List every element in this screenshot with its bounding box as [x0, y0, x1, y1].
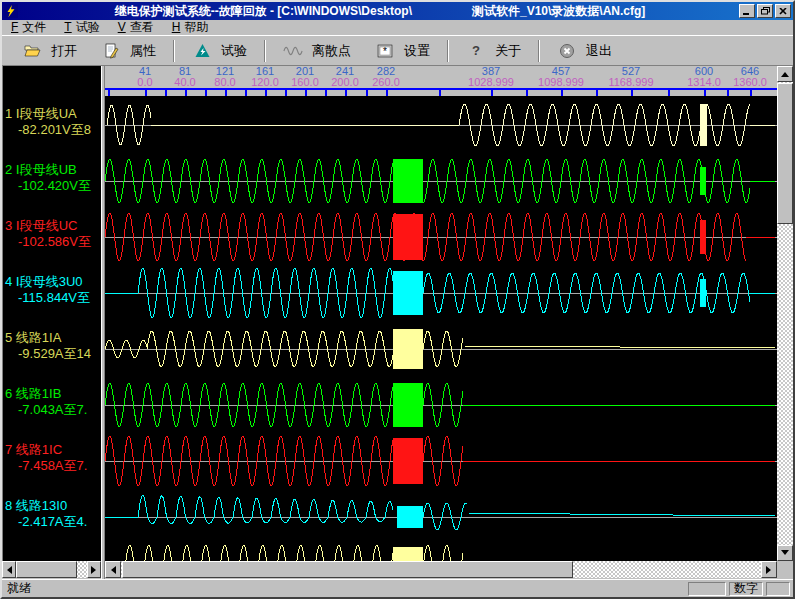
toolbar-separator — [538, 40, 540, 62]
menu-view-label: 查看 — [130, 20, 154, 34]
label-scroll-right-button[interactable] — [87, 561, 101, 578]
minimize-button[interactable] — [739, 4, 755, 18]
window-controls — [739, 4, 791, 18]
restore-button[interactable] — [757, 4, 773, 18]
channel-name-6: 6 线路1IB — [5, 386, 101, 402]
right-arrow-icon — [766, 566, 775, 574]
toolbar-button-settings[interactable]: * 设置 — [363, 38, 442, 64]
menu-help[interactable]: H帮助 — [163, 19, 218, 36]
menu-test-hotkey: T — [64, 20, 71, 34]
toolbar-button-open[interactable]: 打开 — [10, 38, 89, 64]
down-arrow-icon — [781, 550, 789, 559]
scrollbar-corner — [777, 561, 793, 578]
toolbar-separator — [447, 40, 449, 62]
channel-label-4[interactable]: 4 Ⅰ段母线3U0-115.844V至 — [5, 274, 101, 306]
time-ruler: 410.08140.012180.0161120.0201160.0241200… — [105, 66, 777, 96]
wave-scroll-right-button[interactable] — [761, 561, 777, 578]
settings-icon: * — [375, 42, 395, 60]
test-run-icon — [192, 42, 212, 60]
right-arrow-icon — [91, 566, 100, 574]
toolbar-button-test[interactable]: 试验 — [180, 38, 259, 64]
waveform-ch9 — [105, 545, 775, 561]
ruler-label-282: 282260.0 — [351, 66, 421, 88]
app-window: 继电保护测试系统--故障回放 - [C:\WINDOWS\Desktop\ 测试… — [0, 0, 795, 599]
svg-text:*: * — [383, 46, 387, 57]
channel-range-1: -82.201V至8 — [5, 122, 101, 138]
close-button[interactable] — [775, 4, 791, 18]
svg-text:?: ? — [472, 43, 480, 58]
label-scrollbar-thumb[interactable] — [16, 561, 77, 578]
channel-name-3: 3 Ⅰ段母线UC — [5, 218, 101, 234]
channel-label-panel: 1 Ⅰ段母线UA-82.201V至82 Ⅰ段母线UB-102.420V至3 Ⅰ段… — [2, 66, 101, 561]
dense-sample-block-ch9 — [393, 547, 423, 561]
toolbar-separator — [173, 40, 175, 62]
menu-view-hotkey: V — [118, 20, 126, 34]
toolbar: 打开 属性 试验 离散点 * 设置 ? 关于 退出 — [2, 37, 793, 66]
channel-label-2[interactable]: 2 Ⅰ段母线UB-102.420V至 — [5, 162, 101, 194]
dense-sample-block-ch7 — [393, 438, 423, 484]
channel-range-2: -102.420V至 — [5, 178, 101, 194]
left-arrow-icon — [3, 566, 12, 574]
menu-test[interactable]: T试验 — [55, 19, 108, 36]
vertical-scrollbar-thumb[interactable] — [777, 83, 793, 224]
app-icon — [4, 4, 18, 18]
channel-name-2: 2 Ⅰ段母线UB — [5, 162, 101, 178]
channel-range-5: -9.529A至14 — [5, 346, 101, 362]
waveform-scrollbar[interactable] — [105, 561, 777, 578]
waveform-area[interactable] — [105, 96, 777, 561]
scroll-up-button[interactable] — [777, 66, 793, 82]
ruler-label-387: 3871028.999 — [456, 66, 526, 88]
channel-name-7: 7 线路1IC — [5, 442, 101, 458]
open-folder-icon — [22, 42, 42, 60]
channel-range-8: -2.417A至4. — [5, 514, 101, 530]
cursor-marker-ch1 — [700, 104, 707, 146]
ruler-label-527: 5271168.999 — [596, 66, 666, 88]
channel-label-8[interactable]: 8 线路13I0-2.417A至4. — [5, 498, 101, 530]
waveform-scrollbar-thumb[interactable] — [122, 561, 573, 578]
toolbar-button-discrete-points[interactable]: 离散点 — [271, 38, 363, 64]
titlebar: 继电保护测试系统--故障回放 - [C:\WINDOWS\Desktop\ 测试… — [2, 2, 793, 20]
channel-range-6: -7.043A至7. — [5, 402, 101, 418]
menu-file[interactable]: F文件 — [2, 19, 55, 36]
properties-icon — [101, 42, 121, 60]
status-cell-empty-1 — [688, 582, 726, 596]
toolbar-button-exit[interactable]: 退出 — [545, 38, 624, 64]
about-icon: ? — [466, 42, 486, 60]
exit-icon — [557, 42, 577, 60]
toolbar-button-properties-label: 属性 — [130, 42, 156, 60]
toolbar-button-about-label: 关于 — [495, 42, 521, 60]
status-text: 就绪 — [5, 580, 685, 597]
menu-help-label: 帮助 — [184, 20, 208, 34]
channel-label-3[interactable]: 3 Ⅰ段母线UC-102.586V至 — [5, 218, 101, 250]
channel-range-4: -115.844V至 — [5, 290, 101, 306]
dense-sample-block-ch6 — [393, 383, 423, 427]
channel-name-1: 1 Ⅰ段母线UA — [5, 106, 101, 122]
left-arrow-icon — [107, 566, 116, 574]
channel-name-8: 8 线路13I0 — [5, 498, 101, 514]
scroll-down-button[interactable] — [777, 545, 793, 561]
ruler-label-457: 4571098.999 — [526, 66, 596, 88]
cursor-marker-ch3 — [700, 220, 706, 254]
vertical-scrollbar[interactable] — [777, 66, 793, 561]
toolbar-button-discrete-points-label: 离散点 — [312, 42, 351, 60]
channel-label-5[interactable]: 5 线路1IA-9.529A至14 — [5, 330, 101, 362]
wave-scroll-left-button[interactable] — [105, 561, 121, 578]
label-scroll-left-button[interactable] — [2, 561, 16, 578]
label-panel-scrollbar[interactable] — [2, 561, 101, 578]
menu-file-hotkey: F — [11, 20, 18, 34]
toolbar-button-properties[interactable]: 属性 — [89, 38, 168, 64]
channel-label-7[interactable]: 7 线路1IC-7.458A至7. — [5, 442, 101, 474]
dense-sample-block-ch8 — [397, 506, 423, 528]
status-num-indicator: 数字 — [729, 582, 763, 596]
channel-label-1[interactable]: 1 Ⅰ段母线UA-82.201V至8 — [5, 106, 101, 138]
menu-view[interactable]: V查看 — [109, 19, 163, 36]
cursor-marker-ch2 — [700, 167, 706, 195]
channel-label-6[interactable]: 6 线路1IB-7.043A至7. — [5, 386, 101, 418]
channel-range-3: -102.586V至 — [5, 234, 101, 250]
menu-test-label: 试验 — [76, 20, 100, 34]
toolbar-button-about[interactable]: ? 关于 — [454, 38, 533, 64]
status-bar: 就绪 数字 — [2, 579, 793, 597]
dense-sample-block-ch3 — [393, 214, 423, 260]
dense-sample-block-ch2 — [393, 159, 423, 203]
toolbar-separator — [264, 40, 266, 62]
